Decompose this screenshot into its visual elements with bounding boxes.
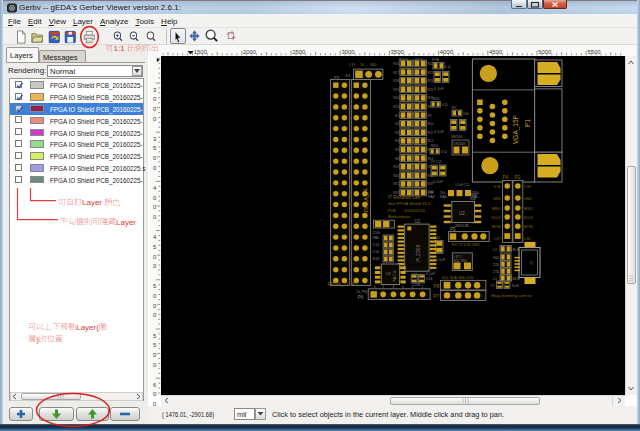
- svg-text:Layer: Layer: [82, 198, 102, 207]
- svg-text:Layer: Layer: [116, 218, 136, 227]
- svg-text:Layer(: Layer(: [76, 323, 99, 332]
- svg-text:1:1: 1:1: [114, 44, 126, 53]
- svg-text:): ): [36, 335, 39, 344]
